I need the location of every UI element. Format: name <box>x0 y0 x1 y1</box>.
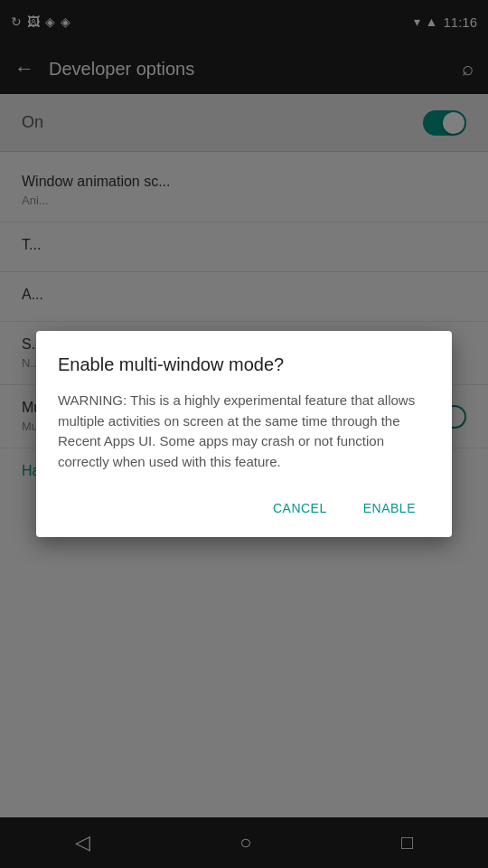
dialog-title: Enable multi-window mode? <box>58 353 430 376</box>
dialog-actions: CANCEL ENABLE <box>58 494 430 523</box>
dialog-message: WARNING: This is a highly experimental f… <box>58 391 430 472</box>
enable-multiwindow-dialog: Enable multi-window mode? WARNING: This … <box>36 331 452 537</box>
cancel-button[interactable]: CANCEL <box>258 494 342 523</box>
enable-button[interactable]: ENABLE <box>349 494 430 523</box>
modal-overlay: Enable multi-window mode? WARNING: This … <box>0 0 488 868</box>
